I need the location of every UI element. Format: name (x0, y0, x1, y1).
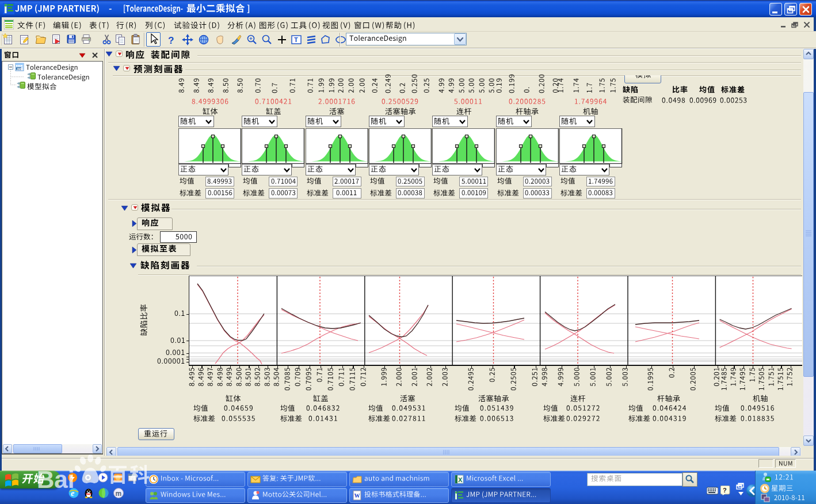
svg-text:JMP: JMP (17, 67, 23, 71)
svg-text:X: X (458, 476, 463, 483)
svg-text:T: T (294, 36, 298, 43)
svg-text:Bai: Bai (37, 466, 74, 492)
svg-text:?: ? (723, 487, 727, 494)
svg-text:W: W (354, 492, 360, 499)
svg-text:?: ? (168, 35, 174, 45)
